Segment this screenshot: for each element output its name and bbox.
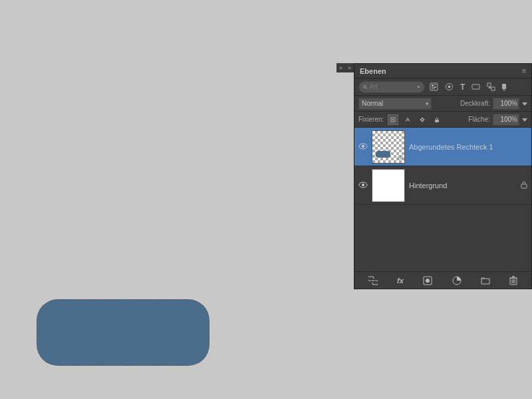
svg-marker-23 bbox=[420, 118, 422, 121]
svg-rect-6 bbox=[434, 86, 436, 87]
delete-layer-button[interactable] bbox=[507, 275, 519, 287]
fx-button[interactable]: fx bbox=[395, 275, 406, 286]
text-layer-button[interactable]: T bbox=[458, 82, 467, 92]
options-icon bbox=[502, 84, 506, 90]
svg-rect-5 bbox=[434, 84, 436, 85]
fix-lock-icon bbox=[434, 116, 440, 123]
add-mask-button[interactable] bbox=[421, 275, 434, 287]
svg-point-36 bbox=[426, 279, 430, 283]
svg-rect-13 bbox=[491, 87, 495, 90]
adjustment-button[interactable] bbox=[450, 275, 464, 287]
fill-label: Fläche: bbox=[468, 116, 490, 123]
svg-point-28 bbox=[362, 145, 364, 148]
fill-row: Fläche: bbox=[468, 114, 527, 126]
svg-line-1 bbox=[366, 87, 367, 88]
mask-icon bbox=[423, 276, 432, 285]
svg-rect-4 bbox=[432, 84, 434, 86]
panel-bottom-toolbar: fx bbox=[354, 271, 531, 289]
svg-point-0 bbox=[364, 85, 366, 88]
svg-point-32 bbox=[362, 184, 364, 186]
opacity-dropdown-icon bbox=[522, 101, 527, 106]
adjustment-icon bbox=[487, 82, 495, 91]
svg-rect-14 bbox=[489, 87, 491, 88]
opacity-label: Deckkraft: bbox=[460, 100, 490, 107]
svg-rect-11 bbox=[472, 84, 479, 89]
panel-toolbar: T bbox=[354, 78, 531, 96]
fix-move-button[interactable] bbox=[417, 114, 428, 125]
svg-rect-8 bbox=[432, 88, 435, 89]
shape-layer-button[interactable] bbox=[469, 82, 482, 92]
layers-panel: Ebenen ≡ bbox=[354, 63, 532, 289]
fix-move-icon bbox=[419, 116, 426, 123]
panel-title: Ebenen bbox=[360, 67, 386, 75]
layer-thumbnail bbox=[372, 169, 405, 202]
link-layers-icon bbox=[368, 276, 378, 285]
svg-rect-12 bbox=[487, 83, 491, 86]
text-icon: T bbox=[460, 82, 465, 92]
canvas-area bbox=[0, 0, 249, 399]
svg-marker-2 bbox=[417, 86, 420, 88]
fix-position-button[interactable] bbox=[388, 114, 398, 125]
svg-marker-17 bbox=[522, 102, 527, 106]
fix-row: Fixieren: bbox=[354, 112, 531, 128]
blend-mode-wrapper[interactable]: Normal Multiplizieren Abwedeln bbox=[358, 98, 432, 110]
link-icon bbox=[398, 155, 403, 160]
filter-circle-button[interactable] bbox=[443, 82, 456, 92]
search-box[interactable] bbox=[358, 81, 425, 93]
layer-name: Abgerundetes Rechteck 1 bbox=[409, 143, 527, 151]
layers-list: Abgerundetes Rechteck 1 Hintergrund bbox=[354, 128, 531, 271]
fix-position-icon bbox=[390, 116, 396, 123]
eye-icon bbox=[358, 182, 368, 188]
fix-label: Fixieren: bbox=[358, 116, 384, 123]
collapse-right-button[interactable]: » bbox=[345, 63, 354, 72]
fx-icon: fx bbox=[397, 277, 404, 285]
panel-options-button[interactable] bbox=[500, 83, 508, 91]
eye-icon bbox=[358, 143, 368, 150]
white-bg-preview bbox=[372, 170, 404, 201]
fix-paint-icon bbox=[404, 116, 411, 123]
lock-icon bbox=[521, 181, 527, 189]
empty-layers-space bbox=[354, 205, 531, 271]
trash-icon bbox=[509, 276, 517, 285]
svg-rect-19 bbox=[392, 119, 394, 120]
fill-dropdown-icon bbox=[522, 117, 527, 122]
svg-rect-16 bbox=[503, 90, 505, 90]
svg-marker-24 bbox=[423, 118, 425, 121]
svg-rect-15 bbox=[502, 84, 506, 89]
svg-rect-33 bbox=[521, 184, 527, 188]
layer-lock-icon bbox=[521, 181, 527, 190]
kind-icon-button[interactable] bbox=[428, 82, 440, 92]
new-group-button[interactable] bbox=[479, 275, 492, 287]
link-layers-button[interactable] bbox=[366, 275, 380, 287]
svg-rect-25 bbox=[435, 120, 439, 122]
layer-link-icon bbox=[398, 155, 403, 162]
opacity-input[interactable] bbox=[493, 98, 519, 110]
blend-mode-row: Normal Multiplizieren Abwedeln Deckkraft… bbox=[354, 96, 531, 112]
folder-icon bbox=[481, 276, 490, 285]
fix-paint-button[interactable] bbox=[402, 114, 413, 125]
shape-preview bbox=[376, 151, 390, 158]
panel-menu-icon[interactable]: ≡ bbox=[522, 67, 526, 74]
shape-icon bbox=[471, 82, 480, 91]
layer-visibility-icon[interactable] bbox=[358, 142, 368, 152]
fill-input[interactable] bbox=[493, 114, 519, 126]
filter-circle-icon bbox=[445, 82, 454, 91]
blend-mode-select[interactable]: Normal Multiplizieren Abwedeln bbox=[358, 98, 432, 110]
svg-point-10 bbox=[448, 86, 451, 88]
layer-name: Hintergrund bbox=[409, 182, 517, 190]
svg-rect-7 bbox=[432, 87, 436, 88]
svg-marker-26 bbox=[522, 118, 527, 122]
collapse-left-button[interactable]: « bbox=[336, 63, 345, 72]
layer-visibility-icon[interactable] bbox=[358, 181, 368, 190]
opacity-row: Deckkraft: bbox=[460, 98, 527, 110]
adjustment-layer-button[interactable] bbox=[485, 82, 497, 92]
layer-item[interactable]: Abgerundetes Rechteck 1 bbox=[354, 128, 531, 166]
layer-item[interactable]: Hintergrund bbox=[354, 166, 531, 205]
fix-lock-button[interactable] bbox=[432, 114, 442, 125]
adjustment-new-icon bbox=[452, 276, 462, 285]
search-dropdown-icon bbox=[416, 84, 421, 90]
search-icon bbox=[363, 84, 368, 90]
rounded-rect-canvas-shape bbox=[37, 299, 209, 366]
layer-kind-icon bbox=[430, 82, 438, 91]
search-input[interactable] bbox=[370, 83, 416, 90]
